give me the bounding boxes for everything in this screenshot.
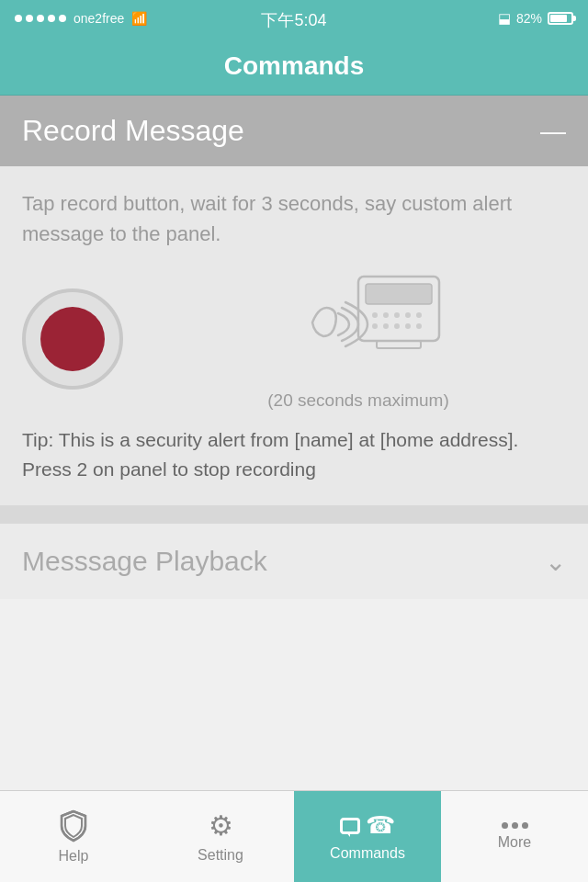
chat-bubble-icon [340, 818, 360, 834]
tab-commands-label: Commands [330, 845, 405, 862]
signal-dots [15, 15, 66, 22]
tab-help[interactable]: Help [0, 791, 147, 882]
svg-rect-1 [366, 284, 432, 304]
collapse-icon[interactable]: — [540, 117, 566, 146]
dot-3 [522, 822, 528, 829]
battery-bar [548, 12, 573, 25]
battery-fill [550, 15, 567, 22]
playback-title: Messsage Playback [22, 546, 267, 577]
phone-icon: ☎ [366, 811, 395, 840]
playback-section[interactable]: Messsage Playback ⌄ [0, 524, 588, 599]
chevron-down-icon[interactable]: ⌄ [545, 547, 566, 577]
svg-point-8 [383, 323, 389, 329]
tab-setting-label: Setting [198, 847, 243, 864]
dot1 [15, 15, 22, 22]
panel-svg [266, 267, 450, 387]
seconds-text: (20 seconds maximum) [267, 390, 448, 411]
dot-1 [502, 822, 508, 829]
tab-more[interactable]: More [441, 791, 588, 882]
panel-illustration: (20 seconds maximum) [151, 267, 566, 411]
svg-point-11 [416, 323, 422, 329]
shield-icon [58, 809, 89, 842]
record-visual: (20 seconds maximum) [22, 267, 566, 411]
dot2 [26, 15, 33, 22]
section-divider [0, 505, 588, 524]
svg-point-7 [372, 323, 378, 329]
svg-point-10 [405, 323, 411, 329]
record-inner-circle [40, 307, 105, 371]
status-right: ⬓ 82% [498, 10, 573, 27]
svg-point-4 [394, 312, 400, 318]
record-section-title: Record Message [22, 114, 244, 148]
gear-icon: ⚙ [209, 809, 233, 842]
dot5 [59, 15, 66, 22]
tab-setting[interactable]: ⚙ Setting [147, 791, 294, 882]
svg-point-2 [372, 312, 378, 318]
wifi-icon: 📶 [131, 11, 147, 26]
status-left: one2free 📶 [15, 11, 147, 26]
record-button[interactable] [22, 288, 123, 390]
tab-more-label: More [498, 834, 531, 851]
tip-text: Tip: This is a security alert from [name… [22, 425, 566, 483]
record-content: Tap record button, wait for 3 seconds, s… [0, 166, 588, 505]
svg-point-5 [405, 312, 411, 318]
dot-2 [512, 822, 518, 829]
status-bar: one2free 📶 下午5:04 ⬓ 82% [0, 0, 588, 37]
svg-point-3 [383, 312, 389, 318]
page-title: Commands [224, 51, 364, 81]
carrier-label: one2free [74, 11, 124, 26]
main-content: Record Message — Tap record button, wait… [0, 96, 588, 790]
commands-icon: ☎ [340, 811, 395, 840]
instruction-text: Tap record button, wait for 3 seconds, s… [22, 188, 566, 249]
svg-point-6 [416, 312, 422, 318]
tab-commands[interactable]: ☎ Commands [294, 791, 441, 882]
status-time: 下午5:04 [261, 9, 326, 31]
bluetooth-icon: ⬓ [498, 10, 511, 27]
more-dots-icon [502, 822, 528, 829]
tab-bar: Help ⚙ Setting ☎ Commands More [0, 790, 588, 882]
tab-help-label: Help [59, 848, 89, 865]
dot3 [37, 15, 44, 22]
record-section-header[interactable]: Record Message — [0, 96, 588, 166]
nav-bar: Commands [0, 37, 588, 96]
svg-point-9 [394, 323, 400, 329]
battery-percent: 82% [516, 11, 542, 26]
dot4 [48, 15, 55, 22]
